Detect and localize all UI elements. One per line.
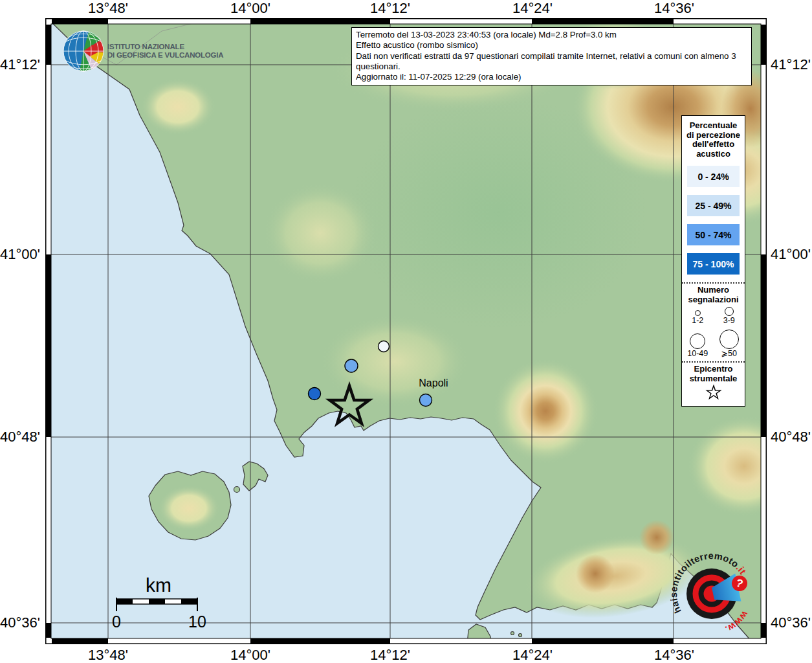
legend-epicenter-title: Epicentro strumentale — [682, 365, 745, 383]
count-circle-small-icon — [695, 310, 701, 316]
axis-label-bottom-1436: 14°36' — [645, 647, 703, 663]
legend-perception-title: Percentuale di percezione dell'effetto a… — [682, 116, 745, 159]
legend-count-3-9: 3-9 — [714, 307, 745, 326]
ingv-globe-icon — [62, 30, 105, 73]
event-info-line1: Terremoto del 13-03-2023 23:40:53 (ora l… — [356, 30, 747, 40]
axis-label-bottom-1412: 14°12' — [361, 647, 419, 663]
legend-swatches: 0 - 24% 25 - 49% 50 - 74% 75 - 100% — [682, 166, 745, 275]
ingv-name-line2: DI GEOFISICA E VULCANOLOGIA — [107, 51, 223, 60]
legend-divider — [682, 282, 745, 284]
report-dot — [309, 388, 321, 400]
scale-end-label: 10 — [188, 612, 206, 631]
axis-label-bottom-1424: 14°24' — [503, 647, 562, 663]
axis-label-left-4048: 40°48' — [0, 429, 40, 445]
scale-unit-label: km — [146, 574, 171, 596]
report-dot — [345, 359, 358, 372]
li-galli-islet — [511, 632, 514, 635]
map-canvas: Napoli km 0 10 — [45, 18, 767, 644]
legend-class-50-74: 50 - 74% — [687, 224, 740, 245]
report-dot — [420, 394, 432, 407]
count-circle-large-icon — [690, 333, 705, 349]
ingv-name-line1: ISTITUTO NAZIONALE — [107, 43, 223, 51]
li-galli-islet — [519, 634, 522, 637]
event-info-line4: Aggiornato il: 11-07-2025 12:29 (ora loc… — [356, 72, 747, 82]
legend-counts-title: Numero segnalazioni — [682, 286, 745, 304]
islet — [234, 487, 240, 493]
count-circle-xlarge-icon — [719, 330, 739, 349]
axis-label-bottom-1400: 14°00' — [221, 647, 280, 663]
axis-label-top-1412: 14°12' — [361, 0, 419, 17]
report-dot — [379, 341, 390, 352]
scale-start-label: 0 — [112, 612, 121, 631]
map-svg: Napoli km 0 10 — [45, 18, 767, 644]
legend-counts-grid: 1-2 3-9 10-49 ⩾50 — [682, 307, 745, 359]
axis-label-top-1400: 14°00' — [221, 0, 280, 17]
axis-label-right-4100: 41°00' — [771, 246, 812, 263]
epicenter-star-icon — [705, 385, 722, 400]
count-circle-medium-icon — [725, 307, 734, 316]
city-label-napoli: Napoli — [419, 377, 448, 388]
axis-label-left-4036: 40°36' — [0, 614, 40, 631]
axis-label-right-4036: 40°36' — [771, 614, 812, 631]
axis-label-top-1424: 14°24' — [503, 0, 562, 17]
event-info-box: Terremoto del 13-03-2023 23:40:53 (ora l… — [351, 27, 752, 85]
legend-count-1-2: 1-2 — [682, 307, 714, 326]
axis-label-bottom-1348: 13°48' — [79, 647, 137, 663]
axis-label-left-4112: 41°12' — [0, 56, 40, 73]
legend-class-75-100: 75 - 100% — [687, 253, 740, 275]
legend-class-0-24: 0 - 24% — [687, 166, 740, 187]
axis-label-left-4100: 41°00' — [0, 246, 40, 263]
legend-divider — [682, 361, 745, 363]
legend-class-25-49: 25 - 49% — [687, 195, 740, 216]
event-info-line2: Effetto acustico (rombo sismico) — [356, 40, 747, 51]
axis-label-right-4112: 41°12' — [771, 56, 812, 73]
axis-label-top-1348: 13°48' — [79, 0, 137, 17]
ingv-logo: ISTITUTO NAZIONALE DI GEOFISICA E VULCAN… — [62, 30, 256, 73]
event-info-line3: Dati non verificati estratti da 97 quest… — [356, 51, 747, 73]
axis-label-right-4048: 40°48' — [771, 429, 812, 445]
legend-panel: Percentuale di percezione dell'effetto a… — [681, 115, 745, 407]
macroseismic-map-page: { "info_box": { "line1": "Terremoto del … — [0, 0, 812, 663]
axis-label-top-1436: 14°36' — [645, 0, 703, 17]
legend-count-10-49: 10-49 — [682, 330, 714, 359]
legend-count-50plus: ⩾50 — [714, 330, 745, 359]
ischia-relief — [158, 485, 220, 532]
